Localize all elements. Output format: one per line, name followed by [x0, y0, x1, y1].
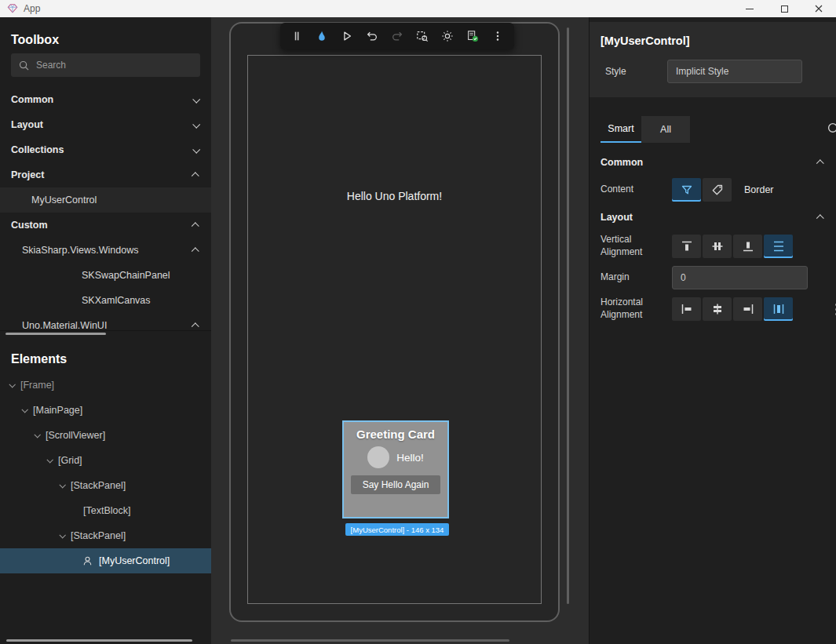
toolbox-group-label: Uno.Material.WinUI [22, 320, 107, 330]
horizontal-alignment-group [672, 297, 794, 321]
align-stretch-horizontal-button[interactable] [764, 297, 793, 321]
left-sidebar: Toolbox Common Layout Collections [0, 17, 211, 644]
align-right-button[interactable] [733, 297, 762, 321]
toolbox-item-label: MyUserControl [31, 195, 97, 206]
tree-item-myusercontrol[interactable]: [MyUserControl] [0, 548, 211, 573]
align-right-icon [741, 302, 755, 316]
section-label: Layout [601, 212, 633, 223]
toolbox-horizontal-scrollbar[interactable] [0, 330, 211, 337]
selected-usercontrol[interactable]: Greeting Card Hello! Say Hello Again [342, 420, 449, 518]
more-options-icon[interactable] [491, 29, 505, 43]
align-top-button[interactable] [672, 235, 701, 258]
toolbox-item-label: SKSwapChainPanel [82, 270, 170, 281]
expander-icon[interactable] [46, 457, 53, 463]
tree-item-stackpanel-2[interactable]: [StackPanel] [0, 523, 211, 548]
maximize-button[interactable] [767, 0, 801, 17]
align-stretch-vertical-button[interactable] [764, 235, 793, 258]
avatar-ellipse [367, 446, 389, 468]
toolbox-title: Toolbox [0, 17, 211, 53]
elements-horizontal-scrollbar[interactable] [6, 639, 192, 642]
chevron-up-icon [192, 222, 199, 230]
page-bounds-outline [247, 55, 542, 604]
tree-item-label: [StackPanel] [71, 480, 126, 491]
tree-item-textblock[interactable]: [TextBlock] [0, 498, 211, 523]
horizontal-alignment-label: Horizontal Alignment [601, 297, 672, 321]
chevron-up-icon [816, 159, 824, 167]
design-canvas[interactable]: Hello Uno Platform! Greeting Card Hello!… [211, 17, 589, 644]
redo-icon[interactable] [390, 29, 404, 43]
tree-item-mainpage[interactable]: [MainPage] [0, 398, 211, 423]
margin-input[interactable] [672, 266, 808, 289]
tree-item-grid[interactable]: [Grid] [0, 448, 211, 473]
tree-item-scrollviewer[interactable]: [ScrollViewer] [0, 423, 211, 448]
content-filter-button[interactable] [672, 178, 701, 202]
toolbox-section-collections[interactable]: Collections [0, 137, 211, 162]
canvas-vertical-scrollbar[interactable] [567, 27, 569, 604]
tree-item-label: [StackPanel] [71, 530, 126, 541]
chevron-down-icon [192, 145, 200, 153]
tree-item-label: [ScrollViewer] [46, 430, 105, 441]
section-label: Custom [11, 220, 48, 231]
align-top-icon [680, 239, 694, 253]
toolbox-search[interactable] [11, 53, 200, 77]
section-layout[interactable]: Layout [590, 206, 836, 229]
expander-icon[interactable] [34, 431, 40, 438]
filter-icon [680, 183, 694, 197]
tag-icon [710, 183, 725, 197]
vertical-alignment-label: Vertical Alignment [601, 234, 672, 258]
content-tag-button[interactable] [703, 178, 732, 202]
say-hello-again-button[interactable]: Say Hello Again [351, 475, 440, 494]
content-label: Content [601, 184, 672, 196]
tree-item-stackpanel-1[interactable]: [StackPanel] [0, 473, 211, 498]
align-bottom-button[interactable] [733, 235, 762, 258]
section-common[interactable]: Common [590, 151, 836, 174]
expander-icon[interactable] [21, 406, 27, 413]
chevron-up-icon [816, 214, 824, 222]
expander-icon[interactable] [59, 532, 65, 538]
device-frame[interactable]: Hello Uno Platform! Greeting Card Hello!… [229, 22, 560, 622]
search-input[interactable] [36, 60, 177, 71]
play-button-icon[interactable] [340, 29, 354, 43]
toolbox-group-unomaterial[interactable]: Uno.Material.WinUI [0, 313, 211, 330]
textblock-hello[interactable]: Hello Uno Platform! [231, 190, 558, 202]
undo-icon[interactable] [365, 29, 379, 43]
pending-changes-icon[interactable] [465, 29, 480, 43]
section-label: Collections [11, 144, 64, 155]
selected-control-title: [MyUserControl] [601, 35, 825, 47]
hot-design-toolbar [280, 23, 514, 49]
tab-all[interactable]: All [641, 116, 690, 143]
toolbox-item-myusercontrol[interactable]: MyUserControl [0, 187, 211, 213]
properties-search-icon[interactable] [827, 122, 836, 139]
greeting-card-title: Greeting Card [344, 428, 447, 441]
tab-smart[interactable]: Smart [601, 116, 641, 143]
theme-sun-icon[interactable] [440, 29, 455, 43]
expander-icon[interactable] [9, 381, 15, 387]
align-stretch-vertical-icon [772, 239, 786, 253]
toolbox-section-custom[interactable]: Custom [0, 213, 211, 238]
toolbox-group-skiasharp[interactable]: SkiaSharp.Views.Windows [0, 238, 211, 263]
align-left-button[interactable] [672, 297, 701, 321]
toolbox-section-layout[interactable]: Layout [0, 112, 211, 137]
tree-item-label: [TextBlock] [83, 505, 130, 516]
close-button[interactable] [801, 0, 836, 17]
canvas-horizontal-scrollbar[interactable] [231, 639, 509, 642]
expander-icon[interactable] [59, 482, 65, 488]
greeting-text: Hello! [396, 452, 424, 464]
style-input[interactable] [667, 60, 802, 83]
inspect-element-icon[interactable] [415, 29, 429, 43]
drag-handle-icon[interactable] [290, 29, 304, 43]
hot-reload-flame-icon[interactable] [315, 29, 329, 43]
elements-tree: [Frame] [MainPage] [ScrollViewer] [Grid]… [0, 373, 211, 573]
scrollbar-thumb[interactable] [5, 333, 106, 335]
tree-item-frame[interactable]: [Frame] [0, 373, 211, 398]
toolbox-section-project[interactable]: Project [0, 162, 211, 187]
align-center-horizontal-icon [710, 302, 725, 316]
align-center-vertical-button[interactable] [703, 235, 732, 258]
margin-label: Margin [601, 271, 672, 284]
toolbox-section-common[interactable]: Common [0, 87, 211, 112]
minimize-button[interactable] [732, 0, 767, 17]
align-center-horizontal-button[interactable] [703, 297, 732, 321]
row-horizontal-alignment: Horizontal Alignment [590, 292, 836, 326]
toolbox-item-skxamlcanvas[interactable]: SKXamlCanvas [0, 288, 211, 313]
toolbox-item-skswapchainpanel[interactable]: SKSwapChainPanel [0, 263, 211, 288]
